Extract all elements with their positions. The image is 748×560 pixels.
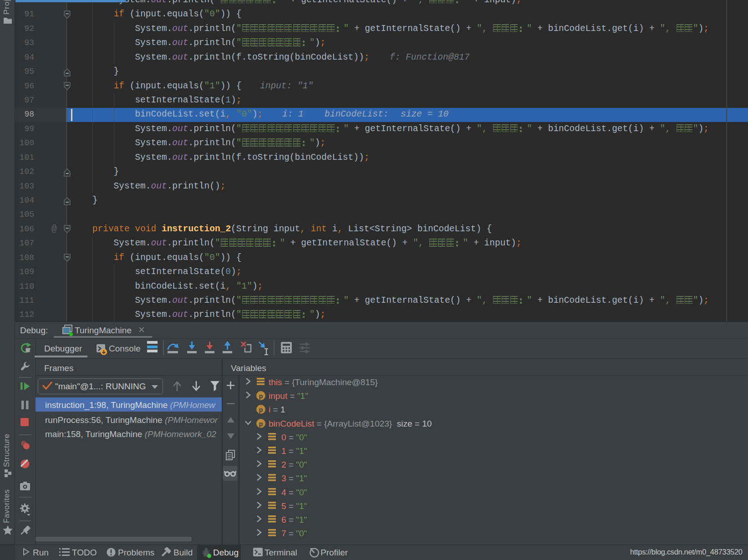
svg-text:p: p xyxy=(259,393,263,401)
svg-text:p: p xyxy=(259,420,263,428)
svg-text:p: p xyxy=(259,407,263,414)
